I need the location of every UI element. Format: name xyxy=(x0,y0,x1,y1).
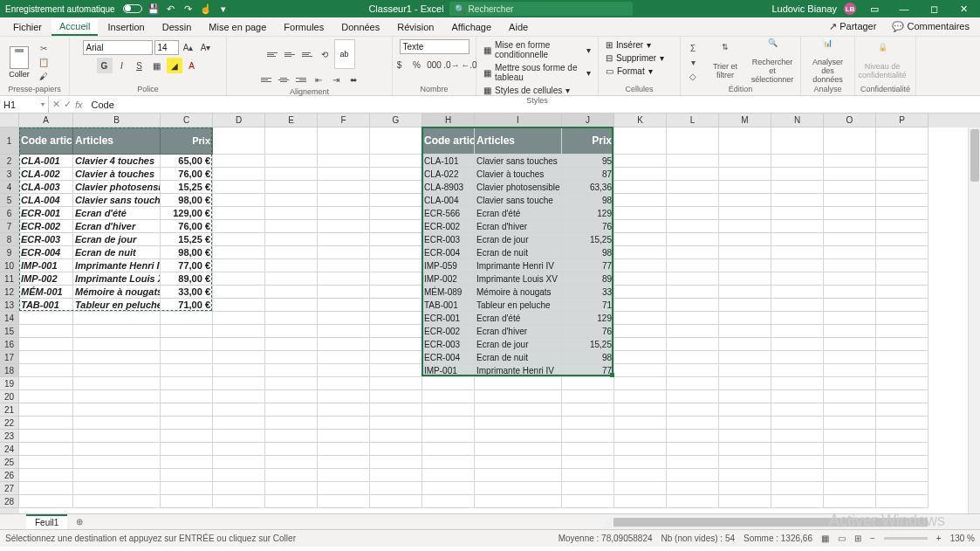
cell[interactable] xyxy=(719,469,771,482)
zoom-in-icon[interactable]: + xyxy=(936,534,942,543)
cell[interactable] xyxy=(475,390,562,403)
cell[interactable] xyxy=(370,155,422,168)
cell[interactable] xyxy=(876,272,929,286)
cell[interactable] xyxy=(73,312,161,325)
cell[interactable] xyxy=(318,286,370,299)
cell[interactable]: Imprimante Henri IV xyxy=(475,364,562,377)
cell[interactable]: 77,00 € xyxy=(161,259,213,272)
cell[interactable] xyxy=(265,482,318,495)
row-header[interactable]: 4 xyxy=(0,181,19,194)
copy-icon[interactable]: 📋 xyxy=(37,56,51,68)
cell[interactable] xyxy=(318,364,370,377)
cell[interactable]: Ecran d'hiver xyxy=(475,325,562,338)
cell[interactable]: Clavier sans touches xyxy=(475,155,562,168)
sheet-tab[interactable]: Feuil1 xyxy=(26,514,67,529)
cell[interactable]: ECR-002 xyxy=(422,325,475,338)
cell[interactable] xyxy=(667,194,719,207)
size-combo[interactable]: 14 xyxy=(154,40,179,55)
cell[interactable] xyxy=(614,259,667,272)
col-header[interactable]: C xyxy=(161,114,213,127)
cell[interactable]: ECR-004 xyxy=(422,351,475,364)
cell[interactable]: 15,25 xyxy=(562,233,614,246)
cell[interactable] xyxy=(824,220,876,233)
cell[interactable] xyxy=(161,312,213,325)
cell[interactable] xyxy=(614,168,667,181)
minimize-icon[interactable]: — xyxy=(893,0,915,17)
cell[interactable] xyxy=(771,127,824,155)
border-icon[interactable]: ▦ xyxy=(149,58,165,73)
cell[interactable] xyxy=(824,403,876,417)
cell[interactable] xyxy=(213,403,265,417)
cell[interactable]: 76,00 € xyxy=(161,168,213,181)
cell[interactable]: Code article xyxy=(422,127,475,155)
cell[interactable] xyxy=(73,364,161,377)
tab-view[interactable]: Affichage xyxy=(443,19,499,35)
col-header[interactable]: N xyxy=(771,114,824,127)
cond-format-button[interactable]: ▦ Mise en forme conditionnelle ▾ xyxy=(482,39,593,60)
cell[interactable] xyxy=(876,155,929,168)
cell[interactable]: 89 xyxy=(562,272,614,286)
cell[interactable]: Prix xyxy=(562,127,614,155)
cell[interactable] xyxy=(213,127,265,155)
cell[interactable] xyxy=(876,286,929,299)
cell[interactable] xyxy=(422,469,475,482)
cell[interactable] xyxy=(370,207,422,220)
paste-button[interactable]: Coller xyxy=(5,46,33,79)
cell[interactable] xyxy=(370,482,422,495)
cell[interactable] xyxy=(73,390,161,403)
align-left-icon[interactable] xyxy=(258,73,274,86)
row-header[interactable]: 2 xyxy=(0,155,19,168)
font-color-icon[interactable]: A xyxy=(184,58,200,73)
wrap-text-button[interactable]: ab xyxy=(334,39,355,69)
cell[interactable] xyxy=(719,220,771,233)
cell[interactable] xyxy=(562,390,614,403)
cell[interactable] xyxy=(614,430,667,443)
cell[interactable] xyxy=(213,456,265,469)
cell[interactable] xyxy=(19,325,73,338)
cell[interactable] xyxy=(370,403,422,417)
cell[interactable] xyxy=(265,403,318,417)
cell[interactable]: CLA-022 xyxy=(422,168,475,181)
cell[interactable] xyxy=(876,403,929,417)
cell[interactable] xyxy=(562,495,614,508)
cell[interactable] xyxy=(614,233,667,246)
cell[interactable] xyxy=(667,351,719,364)
cell[interactable] xyxy=(213,155,265,168)
cell[interactable]: 129,00 € xyxy=(161,207,213,220)
cell[interactable]: Ecran de jour xyxy=(73,233,161,246)
cell[interactable] xyxy=(265,233,318,246)
comma-icon[interactable]: 000 xyxy=(427,57,442,72)
cell[interactable] xyxy=(771,443,824,456)
cell[interactable] xyxy=(824,456,876,469)
row-header[interactable]: 10 xyxy=(0,259,19,272)
cell[interactable] xyxy=(213,312,265,325)
row-header[interactable]: 3 xyxy=(0,168,19,181)
indent-dec-icon[interactable]: ⇤ xyxy=(311,72,326,87)
cell[interactable] xyxy=(265,312,318,325)
cell[interactable] xyxy=(265,127,318,155)
cell[interactable] xyxy=(562,403,614,417)
cell[interactable]: ECR-004 xyxy=(19,246,73,259)
cell[interactable]: Articles xyxy=(73,127,161,155)
cell[interactable] xyxy=(19,364,73,377)
cell[interactable] xyxy=(667,127,719,155)
cell[interactable] xyxy=(265,364,318,377)
row-header[interactable]: 25 xyxy=(0,456,19,469)
cell[interactable] xyxy=(370,351,422,364)
cell[interactable] xyxy=(771,220,824,233)
cell-styles-button[interactable]: ▦ Styles de cellules ▾ xyxy=(482,85,572,96)
cell[interactable]: Clavier photosensible xyxy=(73,181,161,194)
cell[interactable] xyxy=(19,312,73,325)
cell[interactable] xyxy=(876,325,929,338)
cell[interactable] xyxy=(667,495,719,508)
cell[interactable] xyxy=(824,364,876,377)
row-header[interactable]: 15 xyxy=(0,325,19,338)
cell[interactable] xyxy=(161,482,213,495)
cell[interactable] xyxy=(614,469,667,482)
cell[interactable]: ECR-003 xyxy=(19,233,73,246)
cell[interactable] xyxy=(19,403,73,417)
cell[interactable] xyxy=(318,325,370,338)
select-all-corner[interactable] xyxy=(0,114,19,127)
cell[interactable] xyxy=(771,155,824,168)
cell[interactable] xyxy=(475,377,562,390)
